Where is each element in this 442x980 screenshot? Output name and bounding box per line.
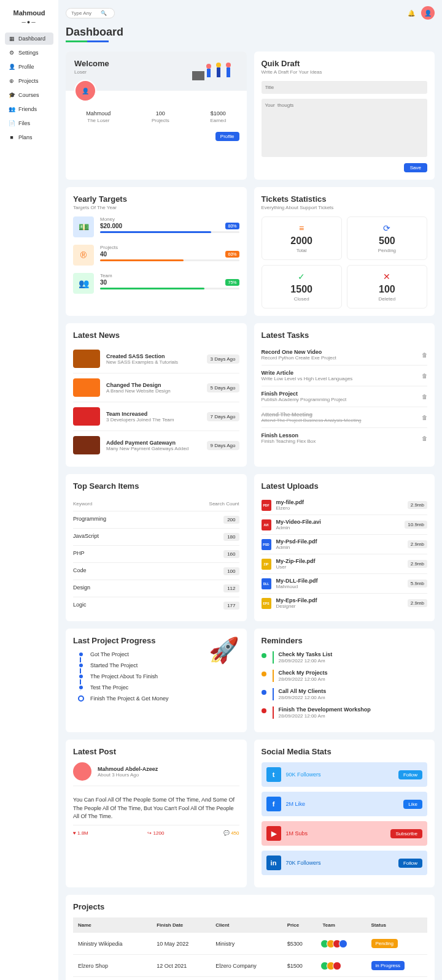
search-item: Design112 <box>73 580 239 597</box>
task-item: Attend The MeetingAttend The Project Bus… <box>262 407 428 428</box>
svg-rect-4 <box>217 67 220 77</box>
svg-rect-6 <box>227 67 230 77</box>
profile-button[interactable]: Profile <box>215 132 239 141</box>
search-box[interactable]: 🔍 <box>66 8 115 18</box>
upload-item: AVIMy-Video-File.aviAdmin10.9mb <box>262 515 428 535</box>
sidebar-item-files[interactable]: 📄Files <box>5 117 53 129</box>
progress-dot <box>78 684 84 691</box>
search-input[interactable] <box>71 10 101 16</box>
targets-card: Yearly Targets Targets Of The Year 💵Mone… <box>66 187 247 316</box>
welcome-stat: $1000Earned <box>210 110 226 123</box>
news-badge: 5 Days Ago <box>207 383 239 392</box>
progress-item: Test The Projec <box>78 684 209 691</box>
sidebar-label: Plans <box>18 134 33 140</box>
reminder-item: Check My Projects28/09/2022 12:00 Am <box>262 670 428 682</box>
user-avatar[interactable]: 👤 <box>421 6 435 20</box>
sidebar-item-settings[interactable]: ⚙Settings <box>5 47 53 59</box>
sidebar-label: Courses <box>18 92 39 98</box>
social-icon: in <box>266 856 281 870</box>
social-button[interactable]: Follow <box>398 770 422 779</box>
tickets-title: Tickets Statistics <box>262 194 428 204</box>
post-likes[interactable]: ♥ 1.8M <box>73 830 88 836</box>
upload-item: EPSMy-Eps-File.pdfDesigner2.9mb <box>262 594 428 613</box>
sidebar-decoration: ─●─ <box>5 19 53 25</box>
social-icon: f <box>266 797 281 811</box>
dashboard-icon: ▦ <box>9 36 15 42</box>
targets-title: Yearly Targets <box>73 194 239 204</box>
trash-icon[interactable]: 🗑 <box>422 352 427 358</box>
file-icon: PSD <box>262 539 271 550</box>
target-icon: ® <box>73 245 94 266</box>
social-item: f2M LikeLike <box>262 792 428 816</box>
reminders-card: Reminders Check My Tasks List28/09/2022 … <box>254 629 435 732</box>
ticket-stat: ✓1500Closed <box>262 265 342 308</box>
rocket-icon: 🚀 <box>209 636 239 725</box>
search-item: PHP160 <box>73 546 239 563</box>
trash-icon[interactable]: 🗑 <box>422 394 427 400</box>
sidebar-item-projects[interactable]: ⊕Projects <box>5 75 53 87</box>
sidebar-item-plans[interactable]: ■Plans <box>5 131 53 144</box>
welcome-sub: Loser <box>74 69 109 75</box>
progress-dot <box>78 662 84 668</box>
task-item: Finish ProjectPublish Academy Programmin… <box>262 386 428 407</box>
sidebar-label: Friends <box>18 106 37 112</box>
post-user-name: Mahmoud Abdel-Azeez <box>98 766 158 772</box>
draft-thoughts-input[interactable] <box>262 99 428 157</box>
news-image <box>73 350 100 368</box>
news-badge: 7 Days Ago <box>207 412 239 421</box>
upload-item: PSDMy-Psd-File.pdfAdmin2.9mb <box>262 535 428 554</box>
news-badge: 3 Days Ago <box>207 354 239 364</box>
sidebar-label: Dashboard <box>18 36 45 42</box>
sidebar-item-profile[interactable]: 👤Profile <box>5 61 53 73</box>
table-header: Price <box>282 917 318 933</box>
welcome-stat: MahmoudThe Loser <box>86 110 110 123</box>
sidebar-label: Settings <box>18 50 39 56</box>
trash-icon[interactable]: 🗑 <box>422 435 427 442</box>
progress-item: Finish The Project & Get Money <box>78 695 209 702</box>
search-item: Logic177 <box>73 597 239 614</box>
news-item: Changed The DesignA Brand New Website De… <box>73 373 239 402</box>
status-badge: Pending <box>371 939 398 948</box>
trash-icon[interactable]: 🗑 <box>422 415 427 421</box>
status-badge: in Progress <box>371 961 405 970</box>
social-button[interactable]: Subscribe <box>390 829 422 838</box>
bell-icon[interactable]: 🔔 <box>408 10 415 17</box>
progress-item: Started The Project <box>78 662 209 668</box>
tickets-sub: Everything About Support Tickets <box>262 205 428 210</box>
sidebar-item-friends[interactable]: 👥Friends <box>5 103 53 115</box>
sidebar-item-dashboard[interactable]: ▦Dashboard <box>5 33 53 45</box>
task-item: Finish LessonFinish Teaching Flex Box🗑 <box>262 428 428 448</box>
draft-title-input[interactable] <box>262 81 428 94</box>
draft-card: Quik Draft Write A Draft For Your Ideas … <box>254 52 435 180</box>
post-comments[interactable]: 💬 450 <box>223 830 239 836</box>
trash-icon[interactable]: 🗑 <box>422 373 427 379</box>
projects-title: Projects <box>73 902 427 911</box>
welcome-card: Welcome Loser 👤 MahmoudThe Loser100Proje… <box>66 52 247 180</box>
social-icon: t <box>266 767 281 782</box>
post-shares[interactable]: ↪ 1200 <box>147 830 164 836</box>
target-item: ®Projects4060% <box>73 245 239 266</box>
welcome-stat: 100Projects <box>152 110 169 123</box>
sidebar-label: Files <box>18 120 30 126</box>
social-button[interactable]: Follow <box>398 859 422 868</box>
projects-card: Projects NameFinish DateClientPriceTeamS… <box>66 895 435 980</box>
draft-sub: Write A Draft For Your Ideas <box>262 69 428 75</box>
file-icon: ZIP <box>262 559 271 570</box>
ticket-stat: ≡2000Total <box>262 216 342 260</box>
target-icon: 💵 <box>73 216 94 237</box>
sidebar-item-courses[interactable]: 🎓Courses <box>5 89 53 101</box>
save-button[interactable]: Save <box>404 163 427 172</box>
search-title: Top Search Items <box>73 481 239 491</box>
social-button[interactable]: Like <box>403 800 422 809</box>
target-item: 💵Money$20.00080% <box>73 216 239 237</box>
plans-icon: ■ <box>9 134 15 140</box>
tasks-card: Latest Tasks Record One New VideoRecord … <box>254 323 435 467</box>
table-header: Team <box>318 917 366 933</box>
search-keyword-header: Keyword <box>73 501 92 507</box>
social-card: Social Media Stats t90K FollowersFollowf… <box>254 740 435 887</box>
svg-rect-0 <box>192 71 204 80</box>
svg-point-1 <box>206 64 211 69</box>
search-item: JavaScript180 <box>73 529 239 546</box>
news-badge: 9 Days Ago <box>207 441 239 450</box>
targets-sub: Targets Of The Year <box>73 205 239 210</box>
